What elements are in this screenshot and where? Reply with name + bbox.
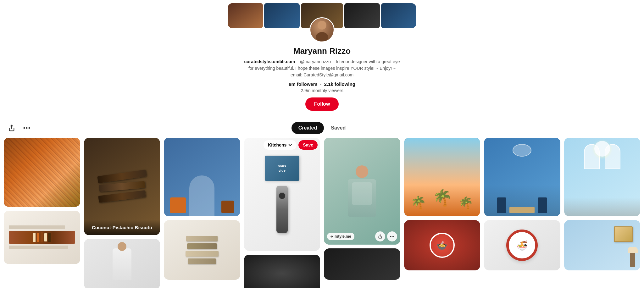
follow-button[interactable]: Follow	[305, 97, 339, 111]
masonry-col-5: rstyle.me	[324, 138, 400, 288]
list-item[interactable]	[564, 220, 641, 270]
more-pin-button[interactable]	[387, 231, 397, 241]
avatar-image	[310, 18, 334, 42]
pin-title: Coconut-Pistachio Biscotti	[89, 225, 155, 230]
cover-image-5	[381, 3, 416, 28]
list-item[interactable]	[564, 138, 641, 216]
tab-created[interactable]: Created	[291, 122, 324, 134]
following-count: 2.1k following	[324, 81, 355, 87]
list-item[interactable]	[164, 220, 240, 280]
masonry-col-7: 🍜	[484, 138, 560, 288]
profile-website[interactable]: curatedstyle.tumblr.com	[244, 59, 295, 64]
list-item[interactable]	[324, 248, 400, 280]
list-item[interactable]: sousvide Kitchens Save	[244, 138, 320, 251]
list-item[interactable]	[84, 239, 160, 288]
tab-saved[interactable]: Saved	[324, 122, 353, 134]
svg-point-0	[318, 21, 326, 30]
follower-count: 9m followers	[289, 81, 318, 87]
cover-image-2	[264, 3, 299, 28]
monthly-viewers: 2.9m monthly viewers	[301, 88, 343, 93]
more-options-button[interactable]	[21, 125, 32, 131]
avatar-container	[309, 17, 335, 42]
pin-source-badge[interactable]: rstyle.me	[327, 233, 354, 240]
board-name: Kitchens	[268, 142, 286, 147]
svg-point-5	[29, 127, 30, 129]
list-item[interactable]	[164, 138, 240, 216]
svg-point-9	[393, 236, 394, 237]
list-item[interactable]	[244, 255, 320, 288]
list-item[interactable]: rstyle.me	[324, 138, 400, 245]
avatar	[309, 17, 335, 42]
svg-point-7	[390, 236, 391, 237]
list-item[interactable]	[4, 211, 80, 264]
list-item[interactable]	[4, 138, 80, 207]
svg-point-8	[391, 236, 392, 237]
source-label: rstyle.me	[335, 234, 351, 239]
masonry-col-3	[164, 138, 240, 288]
cover-image-4	[344, 3, 380, 28]
masonry-col-1	[4, 138, 80, 288]
action-icons	[6, 123, 32, 133]
list-item[interactable]: 🍲	[404, 220, 480, 270]
masonry-col-8	[564, 138, 641, 288]
masonry-grid: Coconut-Pistachio Biscotti	[0, 138, 644, 288]
masonry-col-6: 🌴 🌴 🌴 🍲	[404, 138, 480, 288]
list-item[interactable]: 🍜	[484, 220, 560, 270]
profile-handle: @maryannrizzo	[300, 59, 331, 64]
svg-point-4	[26, 127, 28, 129]
share-button[interactable]	[6, 123, 17, 133]
svg-point-1	[316, 32, 328, 41]
svg-point-3	[24, 127, 25, 129]
list-item[interactable]	[484, 138, 560, 216]
tab-section: Created Saved	[0, 122, 644, 134]
list-item[interactable]: Coconut-Pistachio Biscotti	[84, 138, 160, 235]
profile-header: Maryann Rizzo curatedstyle.tumblr.com · …	[0, 0, 644, 117]
list-item[interactable]: 🌴 🌴 🌴	[404, 138, 480, 216]
save-overlay: Kitchens Save	[264, 140, 318, 150]
save-button[interactable]: Save	[298, 140, 318, 150]
profile-name: Maryann Rizzo	[293, 46, 351, 56]
masonry-col-4: sousvide Kitchens Save	[244, 138, 320, 288]
cover-image-1	[228, 3, 263, 28]
profile-bio: curatedstyle.tumblr.com · @maryannrizzo …	[243, 58, 401, 78]
share-pin-button[interactable]	[375, 231, 385, 241]
profile-stats: 9m followers · 2.1k following	[289, 81, 355, 87]
masonry-col-2: Coconut-Pistachio Biscotti	[84, 138, 160, 288]
board-dropdown[interactable]: Kitchens	[264, 140, 297, 150]
